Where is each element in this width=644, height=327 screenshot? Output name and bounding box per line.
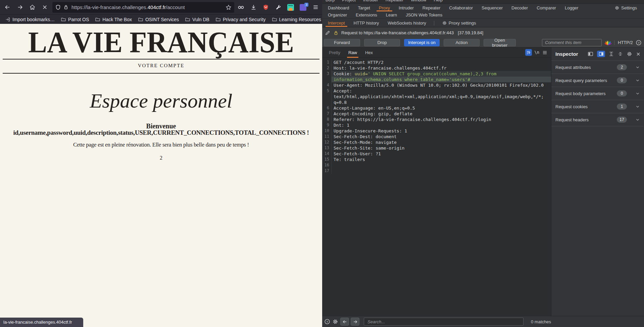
burp-extension-icon[interactable]: burp: [286, 3, 295, 12]
inspector-section-count: 0: [617, 77, 627, 83]
intercept-is-on-button[interactable]: Intercept is on: [404, 39, 440, 46]
menubar-item-help[interactable]: Help: [434, 0, 443, 2]
request-text[interactable]: 1GET /account HTTP/22Host: la-vie-franca…: [322, 58, 551, 316]
search-input[interactable]: [364, 318, 524, 326]
tracking-protection-shield-icon[interactable]: [55, 4, 61, 10]
tab-comparer[interactable]: Comparer: [532, 4, 560, 11]
bookmark-osint-services[interactable]: OSINT Services: [136, 16, 181, 23]
forward-button[interactable]: [15, 2, 25, 12]
chevron-down-icon[interactable]: [631, 78, 640, 83]
drop-button[interactable]: Drop: [364, 39, 400, 46]
expand-all-icon[interactable]: [608, 51, 614, 57]
request-line-text: Accept-Language: en-US,en;q=0.5: [332, 105, 551, 111]
subtab-websockets-history[interactable]: WebSockets history: [383, 19, 431, 27]
tab-decoder[interactable]: Decoder: [507, 4, 532, 11]
downloads-icon[interactable]: [249, 3, 258, 12]
bookmark-star-icon[interactable]: [226, 4, 232, 10]
editor-tab-pretty[interactable]: Pretty: [325, 47, 344, 58]
subtab-intercept[interactable]: Intercept: [324, 19, 349, 27]
action-button[interactable]: Action: [444, 39, 480, 46]
menu-hamburger-icon[interactable]: [311, 3, 320, 12]
inspector-settings-gear-icon[interactable]: [627, 51, 632, 57]
comment-input[interactable]: [542, 39, 602, 46]
search-prev-button[interactable]: [340, 318, 349, 326]
request-line-text: GET /account HTTP/2: [332, 59, 551, 65]
menubar-item-burp[interactable]: Burp: [326, 0, 335, 2]
tab-label: Sequencer: [482, 5, 503, 10]
chevron-down-icon[interactable]: [631, 117, 640, 122]
help-icon[interactable]: [636, 40, 642, 46]
tab-json-web-tokens[interactable]: JSON Web Tokens: [401, 11, 447, 18]
tab-logger[interactable]: Logger: [560, 4, 583, 11]
request-token: Upgrade-Insecure-Requests: 1: [334, 128, 407, 133]
bookmark-vuln-db[interactable]: Vuln DB: [183, 16, 212, 23]
extension-badge: 3: [304, 3, 308, 7]
menubar-item-repeater[interactable]: Repeater: [386, 0, 403, 2]
request-line-text: Referer: https://la-vie-francaise.challe…: [332, 117, 551, 122]
menubar-item-window[interactable]: Window: [411, 0, 426, 2]
search-help-icon[interactable]: [324, 319, 330, 325]
tab-learn[interactable]: Learn: [382, 11, 401, 18]
inspector-section-request-headers[interactable]: Request headers17: [551, 113, 644, 126]
soft-wrap-toggle-icon[interactable]: [525, 49, 532, 56]
editor-tab-hex[interactable]: Hex: [361, 47, 377, 58]
tab-sequencer[interactable]: Sequencer: [477, 4, 507, 11]
ublock-icon[interactable]: [261, 3, 270, 12]
request-token: uuid=: [355, 71, 368, 76]
menubar-item-project[interactable]: Project: [342, 0, 355, 2]
stop-button[interactable]: [40, 2, 50, 12]
home-button[interactable]: [27, 2, 37, 12]
purple-extension-icon[interactable]: 3: [298, 3, 308, 12]
inspector-section-request-query-parameters[interactable]: Request query parameters0: [551, 74, 644, 87]
lock-icon[interactable]: [63, 4, 69, 10]
search-next-button[interactable]: [351, 318, 359, 326]
inspector-section-request-cookies[interactable]: Request cookies1: [551, 100, 644, 113]
bookmark-parrot-os[interactable]: Parrot OS: [58, 16, 91, 23]
show-newlines-toggle[interactable]: \n: [535, 50, 539, 55]
back-button[interactable]: [2, 2, 12, 12]
bookmark-privacy-and-security[interactable]: Privacy and Security: [213, 16, 268, 23]
status-bar-url: la-vie-francaise.challenges.404ctf.fr: [0, 318, 83, 327]
inspector-layout-left-icon[interactable]: [587, 51, 594, 57]
editor-menu-icon[interactable]: [542, 50, 548, 55]
request-line: 3Cookie: uuid=' UNION SELECT group_conca…: [322, 71, 551, 77]
tab-organizer[interactable]: Organizer: [324, 11, 351, 18]
request-token: text/html,application/xhtml+xml,applicat…: [334, 94, 544, 99]
welcome-line1: Bienvenue: [0, 123, 322, 129]
inspector-close-icon[interactable]: [636, 51, 641, 57]
tab-proxy[interactable]: Proxy: [375, 4, 394, 11]
containers-infinity-icon[interactable]: [236, 3, 246, 12]
inspector-section-request-body-parameters[interactable]: Request body parameters0: [551, 87, 644, 100]
tab-repeater[interactable]: Repeater: [418, 4, 445, 11]
tab-collaborator[interactable]: Collaborator: [445, 4, 477, 11]
collapse-all-icon[interactable]: [617, 51, 623, 57]
url-bar[interactable]: https://la-vie-francaise.challenges.404c…: [52, 2, 234, 13]
tab-target[interactable]: Target: [354, 4, 375, 11]
tab-dashboard[interactable]: Dashboard: [324, 4, 354, 11]
burp-menubar[interactable]: BurpProjectIntruderRepeaterWindowHelp: [322, 0, 644, 4]
subtab-proxy-settings[interactable]: Proxy settings: [438, 19, 481, 27]
request-line: 2Host: la-vie-francaise.challenges.404ct…: [322, 65, 551, 71]
inspector-section-request-attributes[interactable]: Request attributes2: [551, 61, 644, 74]
tab-settings[interactable]: Settings: [610, 4, 641, 11]
open-browser-button[interactable]: Open browser: [484, 39, 516, 46]
request-editor[interactable]: PrettyRawHex \n 1GET /account HTTP/22Hos…: [322, 47, 551, 316]
tab-extensions[interactable]: Extensions: [351, 11, 382, 18]
bookmark-hack-the-box[interactable]: Hack The Box: [93, 16, 134, 23]
menubar-item-intruder[interactable]: Intruder: [363, 0, 378, 2]
search-settings-gear-icon[interactable]: [332, 319, 338, 325]
bookmark-label: Privacy and Security: [223, 17, 266, 22]
bookmark-label: Import bookmarks…: [12, 17, 55, 22]
bookmark-learning-resources[interactable]: Learning Resources: [269, 16, 324, 23]
inspector-layout-right-icon[interactable]: [597, 51, 605, 57]
subtab-http-history[interactable]: HTTP history: [349, 19, 384, 27]
tab-intruder[interactable]: Intruder: [394, 4, 418, 11]
chevron-down-icon[interactable]: [631, 65, 640, 70]
chevron-down-icon[interactable]: [631, 91, 640, 96]
chevron-down-icon[interactable]: [631, 104, 640, 109]
rainbow-feather-icon[interactable]: [605, 39, 611, 46]
editor-tab-raw[interactable]: Raw: [344, 47, 361, 58]
bookmark-import-bookmarks-[interactable]: Import bookmarks…: [3, 16, 57, 23]
forward-button[interactable]: Forward: [324, 39, 360, 46]
wrench-icon[interactable]: [274, 3, 283, 12]
